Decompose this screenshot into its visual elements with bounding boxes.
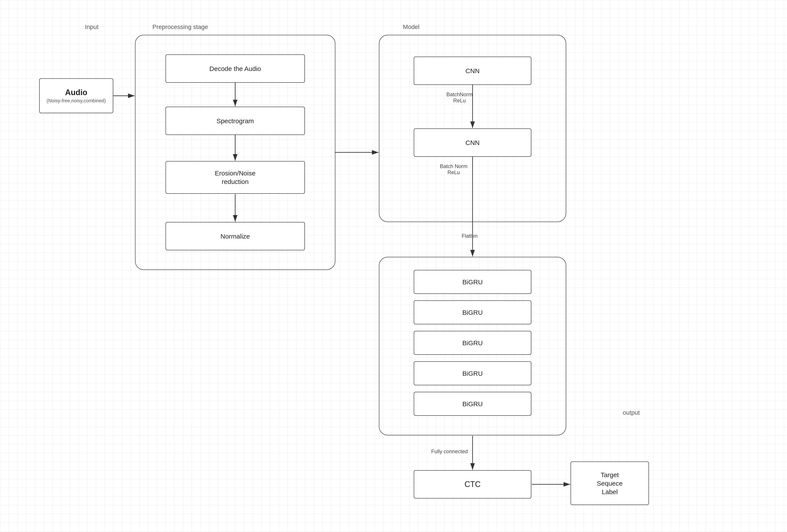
- ctc-box: CTC: [414, 470, 531, 498]
- diagram-container: Input Preprocessing stage Model output A…: [0, 0, 787, 532]
- fully-connected-label: Fully connected: [431, 448, 468, 455]
- cnn2-box: CNN: [414, 128, 531, 157]
- bigru5-box: BiGRU: [414, 392, 531, 416]
- flatten-label: Flatten: [462, 233, 477, 239]
- spectrogram-box: Spectrogram: [166, 107, 305, 135]
- bigru4-box: BiGRU: [414, 361, 531, 385]
- erosion-label: Erosion/Noisereduction: [215, 169, 256, 186]
- output-label: output: [623, 409, 640, 416]
- preprocessing-label: Preprocessing stage: [152, 23, 208, 30]
- normalize-box: Normalize: [166, 222, 305, 250]
- target-label: TargetSequeceLabel: [597, 471, 622, 496]
- target-box: TargetSequeceLabel: [571, 462, 649, 505]
- batchnorm-relu2-label: Batch NormReLu: [440, 163, 468, 175]
- bigru2-box: BiGRU: [414, 301, 531, 324]
- input-label: Input: [85, 23, 99, 30]
- bigru1-box: BiGRU: [414, 270, 531, 294]
- audio-box: Audio (Noisy-free,noisy,combined): [39, 79, 113, 113]
- decode-box: Decode the Audio: [166, 54, 305, 83]
- audio-subtitle: (Noisy-free,noisy,combined): [47, 98, 106, 104]
- erosion-box: Erosion/Noisereduction: [166, 161, 305, 194]
- batchnorm-relu1-label: BatchNormReLu: [446, 91, 472, 104]
- audio-title: Audio: [47, 88, 106, 98]
- cnn1-box: CNN: [414, 57, 531, 85]
- model-label: Model: [403, 23, 420, 30]
- bigru3-box: BiGRU: [414, 331, 531, 355]
